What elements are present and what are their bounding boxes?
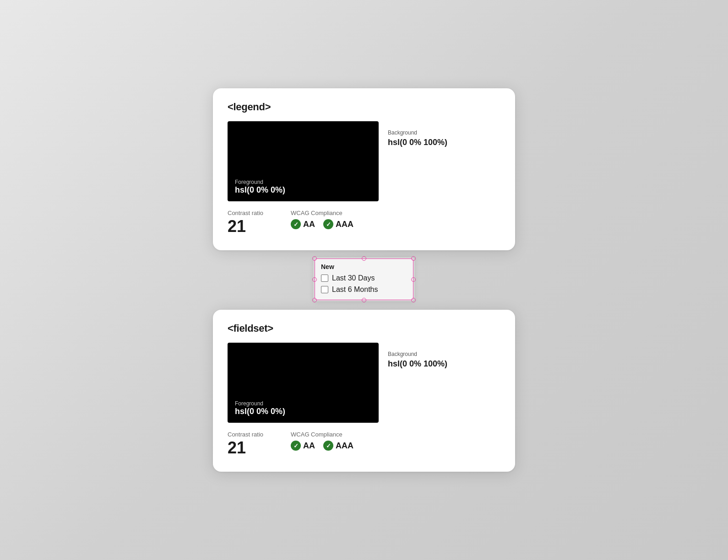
fieldset-wcag-group: WCAG Compliance AA AAA xyxy=(291,431,353,451)
fieldset-foreground-info: Foreground hsl(0 0% 0%) xyxy=(235,400,285,416)
handle-ml[interactable] xyxy=(312,277,317,282)
fieldset-contrast-value: 21 xyxy=(228,439,263,457)
fieldset-background-label: Background xyxy=(388,351,500,357)
handle-bl[interactable] xyxy=(312,298,317,302)
legend-foreground-info: Foreground hsl(0 0% 0%) xyxy=(235,179,285,195)
legend-contrast-group: Contrast ratio 21 xyxy=(228,210,263,236)
legend-wcag-badges: AA AAA xyxy=(291,219,353,229)
fieldset-color-preview: Foreground hsl(0 0% 0%) xyxy=(228,343,379,423)
fieldset-aa-badge: AA xyxy=(291,441,315,451)
legend-card: <legend> Foreground hsl(0 0% 0%) Backgro… xyxy=(213,88,515,250)
fieldset-aaa-badge: AAA xyxy=(323,441,353,451)
popup-item-1-label: Last 30 Days xyxy=(332,274,375,282)
fieldset-aaa-label: AAA xyxy=(336,441,353,451)
handle-br[interactable] xyxy=(411,298,416,302)
handle-tl[interactable] xyxy=(312,256,317,261)
legend-aa-label: AA xyxy=(303,220,315,229)
popup-item-1[interactable]: Last 30 Days xyxy=(321,274,405,282)
fieldset-card: <fieldset> Foreground hsl(0 0% 0%) Backg… xyxy=(213,310,515,472)
legend-aaa-label: AAA xyxy=(336,220,353,229)
fieldset-metrics-row: Contrast ratio 21 WCAG Compliance AA AAA xyxy=(228,431,500,457)
fieldset-contrast-label: Contrast ratio xyxy=(228,431,263,438)
legend-metrics-row: Contrast ratio 21 WCAG Compliance AA AAA xyxy=(228,210,500,236)
legend-contrast-label: Contrast ratio xyxy=(228,210,263,216)
fieldset-wcag-label: WCAG Compliance xyxy=(291,431,353,438)
handle-tr[interactable] xyxy=(411,256,416,261)
legend-color-preview: Foreground hsl(0 0% 0%) xyxy=(228,121,379,201)
page-container: <legend> Foreground hsl(0 0% 0%) Backgro… xyxy=(213,88,515,471)
handle-mr[interactable] xyxy=(411,277,416,282)
legend-aa-badge: AA xyxy=(291,219,315,229)
legend-background-value: hsl(0 0% 100%) xyxy=(388,138,500,147)
popup-checkbox-2[interactable] xyxy=(321,286,328,293)
fieldset-card-title: <fieldset> xyxy=(228,323,500,334)
legend-foreground-value: hsl(0 0% 0%) xyxy=(235,185,285,195)
popup-overlay: New Last 30 Days Last 6 Months xyxy=(314,258,414,301)
legend-foreground-label: Foreground xyxy=(235,179,285,185)
fieldset-foreground-label: Foreground xyxy=(235,400,285,407)
fieldset-contrast-group: Contrast ratio 21 xyxy=(228,431,263,457)
legend-aaa-check-icon xyxy=(323,219,333,229)
fieldset-background-info: Background hsl(0 0% 100%) xyxy=(388,351,500,369)
legend-card-title: <legend> xyxy=(228,101,500,113)
fieldset-aa-label: AA xyxy=(303,441,315,451)
popup-new-label: New xyxy=(321,263,405,270)
legend-wcag-group: WCAG Compliance AA AAA xyxy=(291,210,353,229)
legend-background-label: Background xyxy=(388,129,500,136)
popup-box: New Last 30 Days Last 6 Months xyxy=(314,258,414,301)
legend-wcag-label: WCAG Compliance xyxy=(291,210,353,216)
legend-aaa-badge: AAA xyxy=(323,219,353,229)
fieldset-aaa-check-icon xyxy=(323,441,333,451)
legend-aa-check-icon xyxy=(291,219,301,229)
handle-bm[interactable] xyxy=(362,298,366,302)
legend-contrast-value: 21 xyxy=(228,217,263,236)
legend-background-info: Background hsl(0 0% 100%) xyxy=(388,129,500,147)
handle-tm[interactable] xyxy=(362,256,366,261)
popup-item-2[interactable]: Last 6 Months xyxy=(321,285,405,294)
popup-checkbox-1[interactable] xyxy=(321,275,328,282)
popup-item-2-label: Last 6 Months xyxy=(332,285,378,294)
fieldset-background-value: hsl(0 0% 100%) xyxy=(388,359,500,369)
fieldset-wcag-badges: AA AAA xyxy=(291,441,353,451)
fieldset-aa-check-icon xyxy=(291,441,301,451)
fieldset-foreground-value: hsl(0 0% 0%) xyxy=(235,407,285,416)
